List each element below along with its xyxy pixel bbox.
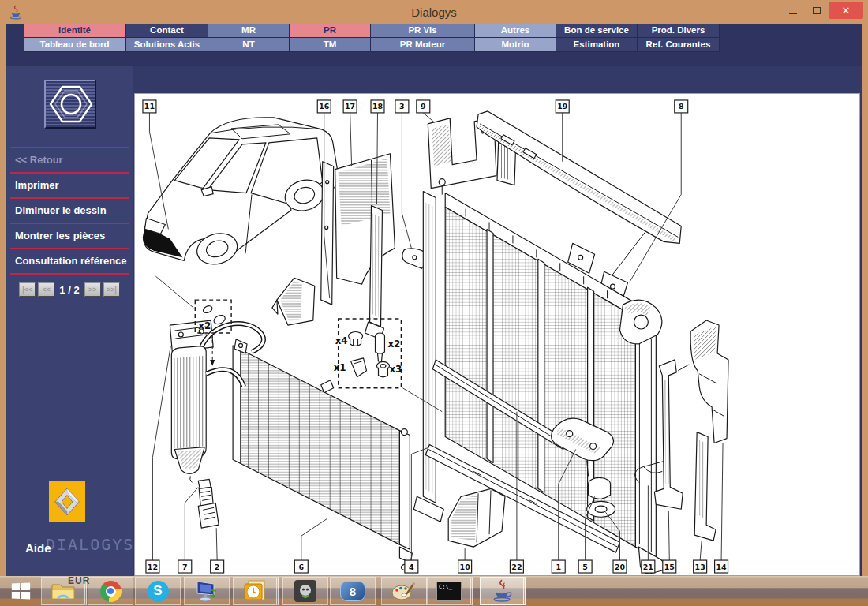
diagram-canvas: 11161718391981272641022152021151314x2x4x…: [134, 93, 860, 576]
svg-text:16: 16: [319, 102, 330, 110]
prev-page-button[interactable]: <<: [38, 282, 54, 297]
car-illustration: [143, 118, 338, 269]
svg-text:1: 1: [556, 563, 561, 571]
diagram-svg: 11161718391981272641022152021151314x2x4x…: [135, 94, 859, 575]
windows-logo-icon: [12, 583, 30, 600]
skype-icon: S: [148, 581, 169, 602]
tab-identite[interactable]: Identité: [24, 24, 126, 38]
callout-15[interactable]: 15: [663, 511, 676, 573]
tab-tableau-de-bord[interactable]: Tableau de bord: [24, 38, 126, 52]
sidebar-item-consultation-reference[interactable]: Consultation référence: [10, 248, 129, 273]
sidebar-item-retour[interactable]: << Retour: [10, 147, 129, 172]
outlook-button[interactable]: [233, 577, 279, 605]
right-brackets: [654, 320, 728, 541]
remote-desktop-button[interactable]: [184, 577, 230, 605]
quantity-label: x1: [334, 362, 346, 373]
remote-desktop-icon: [195, 580, 219, 602]
callout-8[interactable]: 8: [629, 100, 687, 282]
gimp-button[interactable]: [282, 577, 328, 605]
svg-text:19: 19: [557, 102, 567, 110]
tab-contact[interactable]: Contact: [126, 24, 208, 38]
tab-nt[interactable]: NT: [208, 38, 290, 52]
callout-17[interactable]: 17: [343, 100, 357, 166]
svg-text:14: 14: [716, 563, 727, 571]
quantity-label: x2: [387, 339, 400, 350]
skype-button[interactable]: S: [135, 577, 181, 605]
tab-pr[interactable]: PR: [290, 24, 371, 38]
client-area: Identité Contact MR PR PR Vis Autres Bon…: [6, 24, 862, 576]
svg-text:11: 11: [144, 102, 155, 110]
callout-13[interactable]: 13: [694, 541, 707, 573]
callout-6[interactable]: 6: [294, 518, 327, 573]
command-prompt-button[interactable]: C:\_: [427, 577, 473, 605]
outlook-icon: [243, 580, 267, 602]
callout-3[interactable]: 3: [395, 100, 411, 248]
quantity-label: x2: [198, 320, 211, 331]
tab-motrio[interactable]: Motrio: [475, 38, 556, 52]
svg-text:13: 13: [695, 563, 705, 571]
svg-text:21: 21: [643, 563, 653, 571]
titlebar: Dialogys ✕: [0, 0, 868, 24]
lower-deflector: [448, 488, 505, 547]
close-button[interactable]: ✕: [829, 2, 863, 19]
tab-tm[interactable]: TM: [290, 38, 371, 52]
first-page-button[interactable]: |<<: [19, 282, 36, 297]
paint-button[interactable]: [381, 577, 427, 605]
svg-text:10: 10: [460, 563, 471, 571]
minimize-button[interactable]: [781, 2, 805, 19]
callout-14[interactable]: 14: [715, 443, 728, 573]
gimp-icon: [294, 580, 316, 602]
svg-text:5: 5: [582, 563, 588, 571]
sidebar-item-montrer-les-pieces[interactable]: Montrer les pièces: [10, 223, 129, 248]
page-navigator: |<< << 1 / 2 >> >>|: [6, 282, 133, 297]
svg-text:6: 6: [299, 563, 305, 571]
tab-mr[interactable]: MR: [208, 24, 290, 38]
callout-7[interactable]: 7: [178, 487, 198, 573]
svg-text:20: 20: [615, 563, 626, 571]
paint-icon: [391, 580, 416, 602]
sidebar-item-imprimer[interactable]: Imprimer: [10, 172, 129, 197]
minimize-icon: [789, 13, 797, 14]
menu-row-1: Identité Contact MR PR PR Vis Autres Bon…: [24, 24, 720, 38]
tab-estimation[interactable]: Estimation: [556, 38, 638, 52]
maximize-button[interactable]: [805, 2, 829, 19]
svg-text:2: 2: [215, 563, 220, 571]
next-page-button[interactable]: >>: [84, 282, 101, 297]
tab-pr-vis[interactable]: PR Vis: [371, 24, 475, 38]
java-dialogys-button[interactable]: [480, 577, 526, 605]
svg-text:15: 15: [664, 563, 675, 571]
maximize-icon: [813, 7, 821, 14]
dialogys-window: Dialogys ✕ Identité Contact MR PR PR Vis…: [0, 0, 868, 606]
tab-prod-divers[interactable]: Prod. Divers: [638, 24, 720, 38]
command-prompt-icon: C:\_: [436, 582, 462, 601]
callout-12[interactable]: 12: [146, 346, 170, 573]
tab-pr-moteur[interactable]: PR Moteur: [371, 38, 475, 52]
svg-text:8: 8: [679, 102, 684, 110]
start-button[interactable]: [0, 576, 41, 606]
renault-logo-icon: [49, 481, 85, 522]
dialogys-hex-logo-icon: [44, 80, 96, 129]
v8-app-button[interactable]: 8: [330, 577, 376, 605]
chrome-icon: [100, 581, 122, 602]
menu-row-2: Tableau de bord Solutions Actis NT TM PR…: [24, 38, 720, 52]
callout-10[interactable]: 10: [458, 548, 472, 573]
svg-text:22: 22: [511, 563, 522, 571]
sidebar-item-diminuer-le-dessin[interactable]: Diminuer le dessin: [10, 197, 129, 223]
aide-link[interactable]: Aide: [25, 541, 51, 555]
tab-ref-courantes[interactable]: Ref. Courantes: [638, 38, 720, 52]
svg-text:18: 18: [372, 102, 383, 110]
dialogys-watermark: DIALOGYS: [46, 535, 134, 554]
last-page-button[interactable]: >>|: [103, 282, 120, 297]
svg-text:9: 9: [421, 102, 426, 110]
callout-9[interactable]: 9: [417, 100, 434, 122]
callout-2[interactable]: 2: [211, 528, 224, 573]
quantity-label: x3: [389, 364, 402, 375]
tab-solutions-actis[interactable]: Solutions Actis: [126, 38, 208, 52]
svg-text:12: 12: [148, 563, 158, 571]
quantity-label: x4: [335, 335, 348, 346]
chrome-button[interactable]: [88, 577, 133, 605]
svg-text:4: 4: [409, 563, 414, 571]
tab-bon-de-service[interactable]: Bon de service: [556, 24, 638, 38]
svg-text:7: 7: [182, 563, 188, 571]
tab-autres[interactable]: Autres: [475, 24, 556, 38]
